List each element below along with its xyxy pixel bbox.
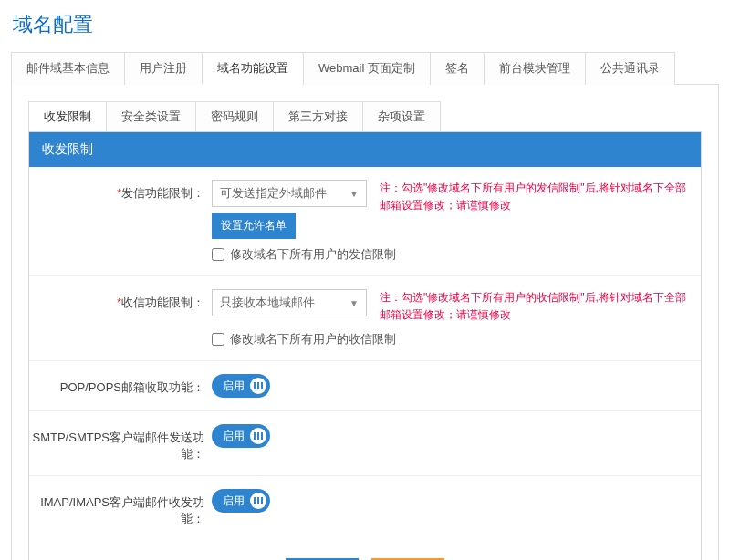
select-send-value: 可发送指定外域邮件 [220,185,327,202]
button-row: 确定 重置 [29,540,701,560]
row-imap: IMAP/IMAPS客户端邮件收发功能： 启用 [29,475,701,540]
select-recv-value: 只接收本地域邮件 [220,295,315,311]
chevron-down-icon: ▼ [349,189,359,199]
config-allowlist-button[interactable]: 设置允许名单 [212,213,296,239]
page-title: 域名配置 [11,7,719,42]
note-send-limit: 注：勾选"修改域名下所有用户的发信限制"后,将针对域名下全部邮箱设置修改；请谨慎… [380,180,690,214]
select-recv-limit[interactable]: 只接收本地域邮件 ▼ [212,289,367,316]
checkbox-send-apply-all-input[interactable] [212,248,224,261]
toggle-smtp-text: 启用 [223,429,245,444]
subtab-security[interactable]: 安全类设置 [106,101,196,131]
panel: 收发限制 *发信功能限制： 可发送指定外域邮件 ▼ 设置允许名单 [28,131,702,560]
subtab-password-rule[interactable]: 密码规则 [195,101,274,131]
row-pop: POP/POPS邮箱收取功能： 启用 [29,360,701,410]
row-send-limit: *发信功能限制： 可发送指定外域邮件 ▼ 设置允许名单 注：勾选"修 [29,167,701,275]
toggle-knob-icon [250,378,266,394]
toggle-pop[interactable]: 启用 [212,374,270,398]
label-imap: IMAP/IMAPS客户端邮件收发功能： [29,489,212,527]
tab-basic-info[interactable]: 邮件域基本信息 [11,52,125,85]
subtab-third-party[interactable]: 第三方对接 [273,101,363,131]
panel-body: *发信功能限制： 可发送指定外域邮件 ▼ 设置允许名单 注：勾选"修 [29,167,701,560]
label-send-limit: *发信功能限制： [29,180,212,263]
note-recv-limit: 注：勾选"修改域名下所有用户的收信限制"后,将针对域名下全部邮箱设置修改；请谨慎… [380,289,690,324]
row-smtp: SMTP/SMTPS客户端邮件发送功能： 启用 [29,410,701,475]
subtab-misc[interactable]: 杂项设置 [362,101,441,131]
label-recv-limit: *收信功能限制： [29,289,212,347]
subtab-send-recv-limit[interactable]: 收发限制 [28,101,107,131]
select-send-limit[interactable]: 可发送指定外域邮件 ▼ [212,180,367,207]
label-pop: POP/POPS邮箱收取功能： [29,374,212,398]
label-smtp: SMTP/SMTPS客户端邮件发送功能： [29,424,212,462]
toggle-smtp[interactable]: 启用 [212,424,270,448]
toggle-knob-icon [250,428,266,444]
tab-user-register[interactable]: 用户注册 [124,52,203,85]
sub-tabs: 收发限制 安全类设置 密码规则 第三方对接 杂项设置 [28,101,702,131]
tab-domain-function[interactable]: 域名功能设置 [202,52,304,85]
toggle-imap[interactable]: 启用 [212,489,270,513]
tab-body: 收发限制 安全类设置 密码规则 第三方对接 杂项设置 收发限制 *发信功能限制：… [11,85,719,560]
tab-signature[interactable]: 签名 [430,52,485,85]
tab-public-contacts[interactable]: 公共通讯录 [585,52,675,85]
checkbox-recv-label: 修改域名下所有用户的收信限制 [230,331,396,347]
main-tabs: 邮件域基本信息 用户注册 域名功能设置 Webmail 页面定制 签名 前台模块… [11,51,719,85]
checkbox-recv-apply-all[interactable]: 修改域名下所有用户的收信限制 [212,331,692,347]
checkbox-recv-apply-all-input[interactable] [212,333,224,346]
checkbox-send-apply-all[interactable]: 修改域名下所有用户的发信限制 [212,246,692,263]
toggle-imap-text: 启用 [223,493,245,509]
tab-webmail-custom[interactable]: Webmail 页面定制 [303,52,431,85]
row-recv-limit: *收信功能限制： 只接收本地域邮件 ▼ 注：勾选"修改域名下所有用户的收信限制"… [29,275,701,360]
toggle-knob-icon [250,493,266,509]
chevron-down-icon: ▼ [349,298,359,308]
toggle-pop-text: 启用 [223,379,245,394]
tab-front-module[interactable]: 前台模块管理 [484,52,586,85]
panel-header: 收发限制 [29,132,701,167]
checkbox-send-label: 修改域名下所有用户的发信限制 [230,246,396,263]
